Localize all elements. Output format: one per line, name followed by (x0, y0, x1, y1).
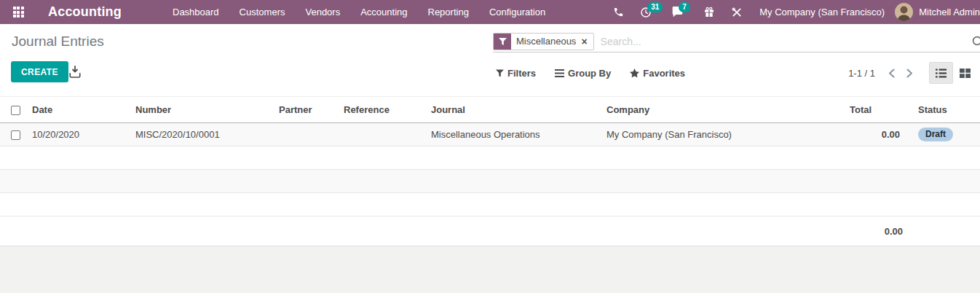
apps-menu-icon[interactable] (6, 0, 31, 24)
funnel-icon (496, 69, 504, 77)
status-badge: Draft (918, 128, 953, 141)
filters-label: Filters (507, 68, 536, 79)
search-options: Filters Group By Favorites (496, 58, 685, 87)
view-switcher (929, 62, 977, 84)
export-download-icon[interactable] (68, 66, 82, 78)
table-row[interactable]: 10/20/2020 MISC/2020/10/0001 Miscellaneo… (0, 123, 980, 146)
control-panel-buttons: CREATE Filters Group By Favorites 1-1 / … (0, 58, 980, 87)
avatar[interactable] (895, 3, 913, 21)
empty-row (0, 170, 980, 193)
col-header-reference[interactable]: Reference (344, 97, 431, 123)
favorites-button[interactable]: Favorites (630, 68, 685, 79)
row-checkbox[interactable] (11, 130, 20, 140)
favorites-label: Favorites (643, 68, 685, 79)
totals-row: 0.00 (0, 216, 980, 246)
facet-remove-icon[interactable]: × (581, 34, 593, 50)
navbar-right: 31 7 My Company (605, 3, 980, 21)
menu-item-vendors[interactable]: Vendors (295, 0, 350, 24)
empty-row (0, 193, 980, 216)
gift-icon[interactable] (703, 7, 715, 18)
menu-item-reporting[interactable]: Reporting (418, 0, 479, 24)
cell-reference[interactable] (344, 123, 431, 146)
col-header-total[interactable]: Total (850, 97, 903, 123)
journal-entries-table: Date Number Partner Reference Journal Co… (0, 96, 980, 216)
search-input[interactable] (601, 36, 980, 47)
filter-funnel-icon (494, 34, 511, 50)
cell-status[interactable]: Draft (903, 123, 980, 146)
top-navbar: Accounting Dashboard Customers Vendors A… (0, 0, 980, 24)
pager-previous-icon[interactable] (882, 69, 901, 78)
empty-row (0, 146, 980, 170)
search-magnifier-icon[interactable] (972, 36, 980, 48)
col-header-status[interactable]: Status (903, 97, 980, 123)
list-icon (936, 69, 947, 78)
support-tools-icon[interactable] (731, 7, 743, 18)
activities-clock-icon[interactable]: 31 (640, 7, 652, 18)
activity-count-badge: 31 (647, 2, 663, 12)
company-switcher[interactable]: My Company (San Francisco) (759, 7, 885, 17)
col-header-date[interactable]: Date (32, 97, 135, 123)
messages-chat-icon[interactable]: 7 (671, 7, 684, 17)
cell-total[interactable]: 0.00 (850, 123, 903, 146)
table-header-row: Date Number Partner Reference Journal Co… (0, 97, 980, 123)
group-by-button[interactable]: Group By (555, 68, 611, 79)
app-title: Accounting (48, 4, 122, 20)
page-background (0, 246, 980, 293)
kanban-icon (960, 69, 971, 78)
grid-icon (13, 7, 24, 17)
menu-item-accounting[interactable]: Accounting (350, 0, 417, 24)
filters-button[interactable]: Filters (496, 68, 536, 79)
search-bar: Miscellaneous × (493, 31, 980, 52)
pager-next-icon[interactable] (901, 69, 919, 78)
menu-item-customers[interactable]: Customers (229, 0, 296, 24)
group-by-label: Group By (568, 68, 611, 79)
col-header-company[interactable]: Company (606, 97, 850, 123)
bars-icon (555, 69, 564, 77)
facet-label: Miscellaneous (511, 34, 581, 50)
kanban-view-button[interactable] (953, 62, 977, 84)
cell-partner[interactable] (279, 123, 344, 146)
main-menu: Dashboard Customers Vendors Accounting R… (162, 0, 556, 24)
menu-item-configuration[interactable]: Configuration (479, 0, 556, 24)
pager-and-views: 1-1 / 1 (848, 58, 977, 87)
control-panel-top: Journal Entries Miscellaneous × (0, 24, 980, 58)
cell-company[interactable]: My Company (San Francisco) (606, 123, 850, 146)
search-facet: Miscellaneous × (493, 33, 594, 50)
col-header-number[interactable]: Number (135, 97, 279, 123)
create-button[interactable]: CREATE (11, 61, 68, 82)
page-title: Journal Entries (12, 34, 104, 50)
user-menu[interactable]: Mitchell Admin (919, 7, 980, 17)
odoo-accounting-screen: Accounting Dashboard Customers Vendors A… (0, 0, 980, 293)
phone-icon[interactable] (613, 7, 624, 17)
select-all-checkbox[interactable] (11, 106, 20, 115)
menu-item-dashboard[interactable]: Dashboard (162, 0, 229, 24)
message-count-badge: 7 (679, 2, 690, 12)
cell-date[interactable]: 10/20/2020 (32, 123, 135, 146)
list-view-button[interactable] (929, 62, 953, 84)
cell-journal[interactable]: Miscellaneous Operations (431, 123, 606, 146)
star-icon (630, 69, 639, 77)
grand-total-value: 0.00 (885, 226, 903, 237)
col-header-journal[interactable]: Journal (431, 97, 606, 123)
pager-value[interactable]: 1-1 / 1 (848, 68, 875, 79)
col-header-partner[interactable]: Partner (279, 97, 344, 123)
cell-number[interactable]: MISC/2020/10/0001 (135, 123, 279, 146)
